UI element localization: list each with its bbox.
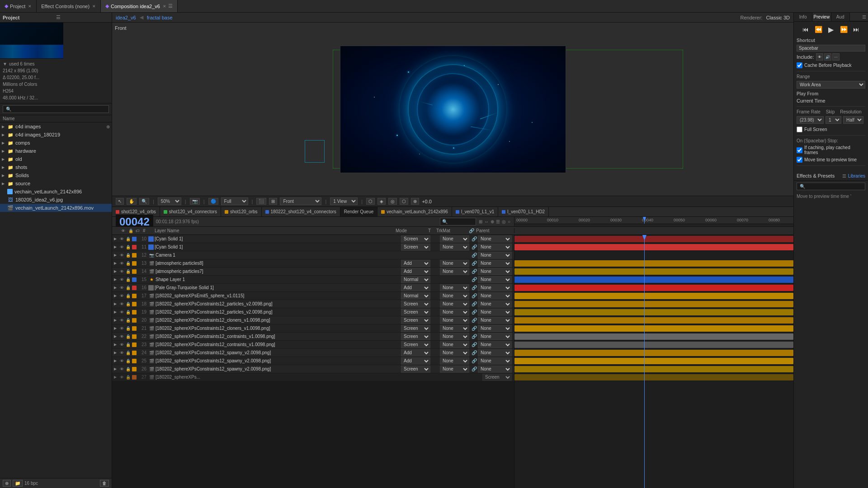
row-lock[interactable]: 🔒 [125, 326, 131, 331]
row-vis[interactable]: 👁 [118, 318, 125, 323]
row-parent[interactable]: None [478, 244, 514, 251]
draft-btn[interactable]: ◈ [377, 198, 386, 205]
row-mode[interactable]: Add [401, 357, 433, 365]
include-overflow-icon[interactable]: ⋯ [832, 53, 840, 61]
row-color[interactable] [132, 359, 137, 363]
row-lock[interactable]: 🔒 [125, 294, 131, 298]
include-audio-icon[interactable]: 🔊 [824, 53, 831, 61]
fullscreen-checkbox[interactable] [797, 127, 802, 132]
row-color[interactable] [132, 310, 137, 314]
row-expand[interactable]: ▶ [112, 351, 118, 355]
tab-audio[interactable]: Aud [831, 13, 850, 21]
row-color[interactable] [132, 237, 137, 241]
tab-comp-menu[interactable]: ☰ [168, 3, 173, 9]
timeline-tab-180222[interactable]: 180222_shot120_v4_connectors [262, 207, 340, 216]
row-parent[interactable]: None [478, 252, 514, 259]
row-mode[interactable]: Screen [401, 341, 433, 348]
view-mode-select[interactable]: Front Top Left Active Camera [280, 197, 321, 205]
row-vis[interactable]: 👁 [118, 359, 125, 363]
row-expand[interactable]: ▶ [112, 294, 118, 298]
list-item[interactable]: ▶ 📁 Solids [0, 171, 112, 179]
row-trkmat[interactable]: None [440, 349, 472, 357]
row-expand[interactable]: ▶ [112, 245, 118, 249]
tl-ctrl-btn-4[interactable]: ☰ [496, 219, 500, 224]
row-mode[interactable]: Screen [482, 374, 514, 381]
timeline-tab-lven2[interactable]: l_ven070_L1_HD2 [498, 207, 549, 216]
row-color[interactable] [132, 367, 137, 371]
list-item[interactable]: ▶ vechain_vetLaunch_2142x896 [0, 188, 112, 196]
row-lock[interactable]: 🔒 [125, 310, 131, 314]
row-expand[interactable]: ▶ [112, 359, 118, 363]
play-btn[interactable]: ▶ [826, 24, 836, 34]
row-color[interactable] [132, 375, 137, 380]
timeline-tab-vechain[interactable]: vechain_vetLaunch_2142x896 [377, 207, 452, 216]
row-lock[interactable]: 🔒 [125, 261, 131, 266]
zoom-select[interactable]: 50% 100% 25% [158, 197, 181, 205]
row-parent[interactable]: None [478, 235, 514, 243]
row-lock[interactable]: 🔒 [125, 286, 131, 290]
row-lock[interactable]: 🔒 [125, 367, 131, 371]
row-parent[interactable]: None [478, 268, 514, 275]
row-trkmat[interactable]: None [440, 235, 472, 243]
row-expand[interactable]: ▶ [112, 261, 118, 265]
row-vis[interactable]: 👁 [118, 277, 125, 282]
row-mode[interactable]: Normal [401, 292, 433, 300]
row-lock[interactable]: 🔒 [125, 359, 131, 363]
tab-project-close[interactable]: ✕ [28, 4, 32, 9]
skip-select[interactable]: 1 2 [826, 116, 841, 124]
tab-comp-close[interactable]: ✕ [163, 4, 166, 9]
row-color[interactable] [132, 294, 137, 298]
row-vis[interactable]: 👁 [118, 245, 125, 249]
move-to-preview-checkbox[interactable] [797, 157, 802, 163]
row-trkmat[interactable]: None [440, 244, 472, 251]
row-expand[interactable]: ▶ [112, 269, 118, 273]
tl-ctrl-btn-6[interactable]: ○ [508, 219, 510, 224]
row-expand[interactable]: ▶ [112, 286, 118, 290]
render-btn[interactable]: ⬡ [366, 198, 375, 205]
list-item[interactable]: ▶ 📁 c4d images ⊕ [0, 122, 112, 131]
row-color[interactable] [132, 334, 137, 339]
list-item[interactable]: ▶ 🖼 180205_idea2_v6.jpg [0, 196, 112, 204]
tab-preview[interactable]: Preview [812, 13, 831, 21]
row-mode[interactable]: Normal [401, 276, 433, 283]
row-expand[interactable]: ▶ [112, 277, 118, 282]
tab-effect-close[interactable]: ✕ [92, 4, 96, 9]
resolution-select[interactable]: Half Full Quarter [843, 116, 863, 124]
row-parent[interactable]: None [478, 333, 514, 340]
renderer-value[interactable]: Classic 3D [766, 15, 790, 20]
row-vis[interactable]: 👁 [118, 269, 125, 274]
tab-info[interactable]: Info [794, 13, 812, 21]
row-color[interactable] [132, 326, 137, 331]
row-trkmat[interactable]: None [440, 300, 472, 308]
row-trkmat[interactable]: None [440, 292, 472, 300]
row-vis[interactable]: 👁 [118, 302, 125, 306]
right-panel-menu-btn[interactable]: ☰ [862, 14, 866, 19]
play-from-value[interactable]: Current Time [797, 98, 865, 103]
list-item[interactable]: ▶ 📁 comps [0, 139, 112, 147]
comp-nav-parent[interactable]: fractal base [147, 15, 173, 20]
row-mode[interactable]: Screen [401, 333, 433, 340]
row-lock[interactable]: 🔒 [125, 253, 131, 258]
row-mode[interactable]: Add [401, 268, 433, 275]
row-expand[interactable]: ▶ [112, 253, 118, 257]
row-parent[interactable]: None [478, 276, 514, 283]
list-item[interactable]: ▶ 📁 c4d images_180219 [0, 131, 112, 139]
row-lock[interactable]: 🔒 [125, 269, 131, 274]
project-search-input[interactable] [3, 105, 109, 113]
timeline-search[interactable] [440, 218, 476, 225]
color-btn[interactable]: 🔵 [208, 198, 218, 205]
timeline-tab-orbs2[interactable]: shot120_orbs [221, 207, 262, 216]
row-expand[interactable]: ▶ [112, 310, 118, 314]
row-lock[interactable]: 🔒 [125, 375, 131, 380]
step-forward-btn[interactable]: ⏩ [839, 24, 849, 34]
quality-select[interactable]: Full Half Quarter [221, 197, 248, 205]
row-mode[interactable]: Screen [401, 317, 433, 324]
row-trkmat[interactable]: None [440, 268, 472, 275]
puppet-btn[interactable]: ⊕ [411, 198, 419, 205]
motion-blur-btn[interactable]: ◎ [388, 198, 397, 205]
row-vis[interactable]: 👁 [118, 351, 125, 355]
project-menu-btn[interactable]: ☰ [56, 14, 109, 20]
comp-nav-name[interactable]: idea2_v6 [116, 15, 136, 20]
row-parent[interactable]: None [478, 349, 514, 357]
tl-ctrl-btn-5[interactable]: ◎ [502, 219, 506, 224]
